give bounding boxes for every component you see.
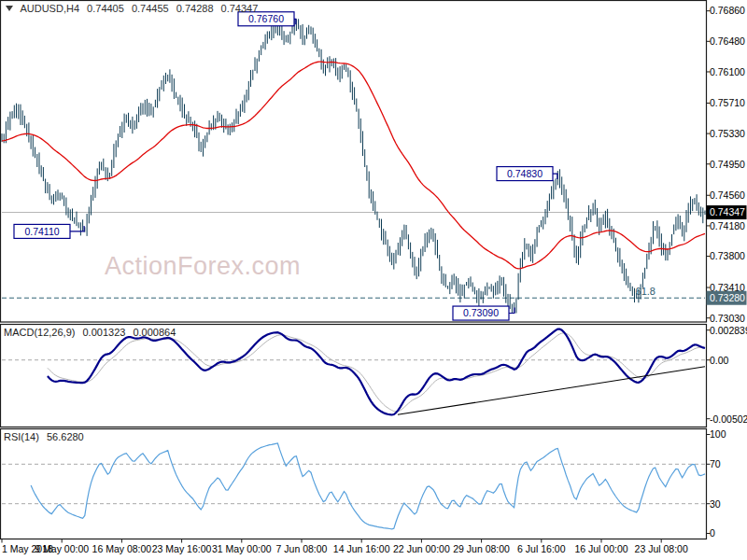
date-axis-label: 14 Jun 16:00 bbox=[333, 543, 390, 554]
macd-value: 0.001323 bbox=[82, 327, 125, 338]
price-axis-label: 0.74180 bbox=[710, 220, 745, 231]
price-annotation-label: 0.76760 bbox=[248, 13, 284, 24]
date-axis-label: 16 May 08:00 bbox=[92, 543, 152, 554]
macd-axis-label: 0.0028390 bbox=[710, 325, 747, 336]
price-axis-label: 0.73800 bbox=[710, 250, 745, 261]
price-axis-label: 0.75330 bbox=[710, 128, 745, 139]
date-axis-label: 23 Jul 08:00 bbox=[635, 543, 688, 554]
symbol-label: AUDUSD,H4 bbox=[20, 3, 79, 14]
date-axis-label: 16 Jul 00:00 bbox=[574, 543, 627, 554]
current-price-axis-value: 0.74347 bbox=[710, 206, 745, 217]
price-axis-label: 0.76100 bbox=[710, 66, 745, 77]
ohlc-low: 0.74288 bbox=[176, 3, 214, 14]
ohlc-high: 0.74455 bbox=[132, 3, 169, 14]
price-axis-label: 0.74560 bbox=[710, 189, 745, 201]
rsi-axis-label: 100 bbox=[710, 428, 726, 440]
symbol-dropdown-icon[interactable] bbox=[6, 6, 13, 11]
rsi-panel-label: RSI(14) 56.6280 bbox=[4, 431, 89, 442]
moving-average-line bbox=[2, 62, 705, 269]
rsi-axis-label: 0 bbox=[710, 527, 715, 539]
fib-axis-value: 0.73280 bbox=[710, 292, 745, 303]
date-axis-label: 6 Jul 16:00 bbox=[517, 543, 566, 554]
macd-panel-frame bbox=[1, 325, 707, 427]
chart-title: AUDUSD,H4 0.74405 0.74455 0.74288 0.7434… bbox=[6, 3, 262, 14]
date-axis-label: 22 Jun 00:00 bbox=[393, 543, 450, 554]
date-axis-label: 7 Jun 08:00 bbox=[276, 543, 328, 554]
price-annotation-label: 0.73090 bbox=[463, 307, 499, 318]
price-annotation-label: 0.74830 bbox=[507, 168, 543, 179]
macd-trendline bbox=[398, 367, 705, 415]
rsi-axis-label: 70 bbox=[710, 458, 721, 469]
price-axis-label: 0.75710 bbox=[710, 97, 745, 108]
macd-axis-label: -0.0050210 bbox=[710, 413, 747, 425]
date-axis-label: 29 Jun 08:00 bbox=[453, 543, 510, 554]
price-annotation-label: 0.74110 bbox=[24, 226, 59, 237]
price-axis-label: 0.74950 bbox=[710, 159, 745, 170]
macd-panel-label: MACD(12,26,9) 0.001323 0.000864 bbox=[4, 327, 180, 338]
macd-indicator-name: MACD(12,26,9) bbox=[4, 327, 75, 338]
macd-line bbox=[48, 329, 705, 415]
fib-level-label: 61.8 bbox=[607, 286, 655, 297]
chart-window: 0.767600.741100.748300.730900.768600.764… bbox=[0, 0, 747, 560]
watermark: ActionForex.com bbox=[105, 252, 301, 281]
macd-signal-line bbox=[48, 333, 705, 412]
macd-signal-value: 0.000864 bbox=[133, 327, 176, 338]
ohlc-open: 0.74405 bbox=[87, 3, 124, 14]
rsi-value: 56.6280 bbox=[47, 431, 84, 442]
price-axis-label: 0.76480 bbox=[710, 35, 745, 47]
rsi-axis-label: 30 bbox=[710, 498, 721, 510]
ohlc-close: 0.74347 bbox=[221, 3, 259, 14]
date-axis-label: 9 May 00:00 bbox=[35, 543, 89, 554]
rsi-line bbox=[31, 443, 705, 529]
rsi-indicator-name: RSI(14) bbox=[4, 431, 39, 442]
date-axis-label: 23 May 16:00 bbox=[152, 543, 212, 554]
macd-axis-label: 0.00 bbox=[710, 355, 729, 366]
date-axis-label: 31 May 00:00 bbox=[212, 543, 272, 554]
price-axis-label: 0.73030 bbox=[710, 313, 745, 324]
price-axis-label: 0.76860 bbox=[710, 5, 745, 16]
